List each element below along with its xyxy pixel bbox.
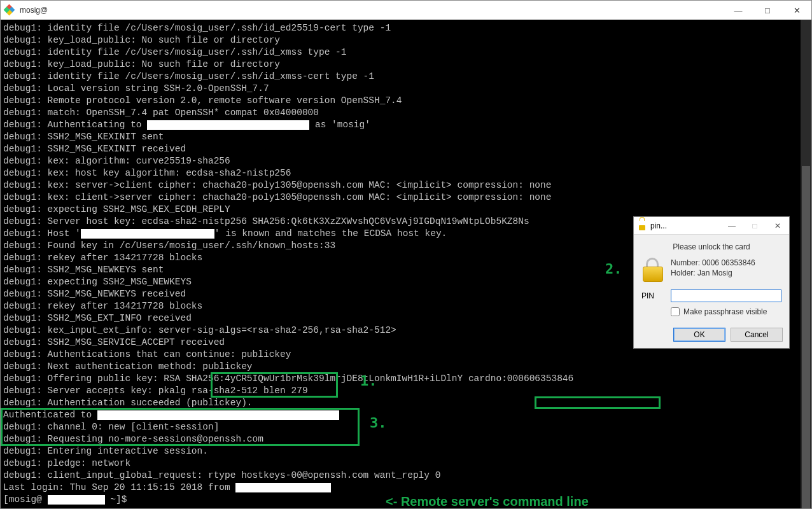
pin-dialog: pin... — □ ✕ Please unlock the card Numb…	[633, 216, 790, 349]
passphrase-visible-checkbox[interactable]	[671, 307, 680, 316]
redacted-hostname	[81, 229, 214, 239]
scrollbar[interactable]	[801, 20, 811, 508]
redacted-hostname	[97, 410, 339, 420]
maximize-button[interactable]: □	[753, 1, 782, 20]
card-holder-label: Holder: Jan Mosig	[671, 268, 755, 278]
passphrase-visible-label: Make passphrase visible	[683, 307, 767, 316]
minimize-button[interactable]: —	[724, 1, 753, 20]
terminal-text: Last login: Thu Sep 20 11:15:15 2018 fro…	[3, 482, 235, 492]
lock-icon	[641, 258, 664, 283]
dialog-minimize-button[interactable]: —	[720, 217, 743, 235]
dialog-message: Please unlock the card	[641, 242, 781, 251]
terminal-text: debug1: Authenticating to	[3, 120, 147, 130]
pin-input[interactable]	[671, 289, 781, 302]
dialog-titlebar[interactable]: pin... — □ ✕	[634, 217, 789, 235]
terminal-text: cardno:000606353846	[468, 373, 573, 384]
titlebar[interactable]: mosig@ — □ ✕	[1, 1, 811, 20]
annotation-1: 1.	[360, 375, 377, 387]
close-button[interactable]: ✕	[782, 1, 811, 20]
app-icon	[4, 5, 15, 15]
ok-button[interactable]: OK	[673, 328, 725, 342]
shell-prompt: [mosig@	[3, 494, 48, 505]
scrollbar-thumb[interactable]	[802, 166, 810, 508]
pin-label: PIN	[641, 291, 664, 300]
terminal-text: Authenticated to	[3, 410, 97, 420]
terminal-text: as 'mosig'	[309, 120, 370, 130]
window-controls: — □ ✕	[724, 1, 811, 20]
terminal-text: debug1: Found key in /c/Users/mosig_user…	[3, 241, 396, 372]
terminal-text: ' is known and matches the ECDSA host ke…	[214, 228, 447, 239]
redacted-hostname	[147, 120, 309, 130]
annotation-3: 3.	[370, 417, 387, 429]
dialog-close-button[interactable]: ✕	[766, 217, 789, 235]
redacted-hostname	[235, 483, 331, 492]
terminal-text: debug1: Server accepts key: pkalg rsa-sh…	[3, 386, 308, 408]
lock-icon	[638, 221, 647, 230]
dialog-title: pin...	[650, 221, 667, 230]
cancel-button[interactable]: Cancel	[731, 328, 783, 342]
terminal-text: debug1: Offering public key: RSA SHA256:…	[3, 373, 468, 384]
terminal-text: debug1: SSH2_MSG_KEXINIT sent debug1: SS…	[3, 132, 551, 227]
dialog-maximize-button: □	[743, 217, 766, 235]
annotation-2: 2.	[605, 263, 622, 275]
terminal-text: debug1: Host '	[3, 228, 81, 239]
highlight-box-cardno	[535, 396, 661, 409]
terminal-text: debug1: identity file /c/Users/mosig_use…	[3, 23, 402, 118]
card-number-label: Number: 0006 06353846	[671, 258, 755, 268]
window-title: mosig@	[20, 6, 48, 15]
redacted-hostname	[48, 495, 105, 505]
shell-prompt: ~]$	[105, 494, 127, 505]
annotation-remote: <- Remote server's command line	[386, 496, 589, 508]
